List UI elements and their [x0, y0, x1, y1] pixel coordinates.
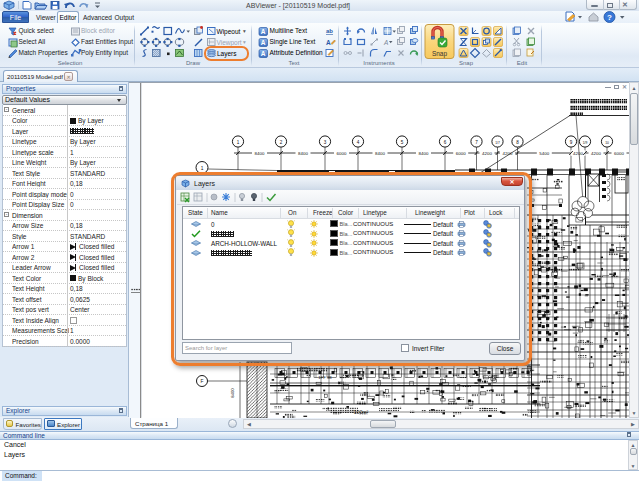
- svg-text:4200: 4200: [591, 151, 601, 156]
- svg-text:6000: 6000: [614, 151, 624, 156]
- svg-text:6000: 6000: [456, 151, 466, 156]
- svg-text:F: F: [201, 379, 204, 384]
- svg-text:Snap: Snap: [432, 50, 448, 58]
- svg-text:8400: 8400: [298, 151, 308, 156]
- svg-text:1/9: 1/9: [583, 141, 588, 145]
- svg-text:6: 6: [444, 140, 447, 145]
- svg-text:5400: 5400: [539, 151, 549, 156]
- svg-text:8400: 8400: [375, 151, 385, 156]
- svg-text:9: 9: [570, 140, 573, 145]
- svg-text:8400: 8400: [230, 388, 235, 398]
- svg-text:6000: 6000: [337, 151, 347, 156]
- svg-text:1/7: 1/7: [495, 141, 500, 145]
- svg-text:5: 5: [401, 140, 404, 145]
- svg-text:1: 1: [237, 140, 240, 145]
- svg-text:4200: 4200: [573, 151, 583, 156]
- svg-text:A: A: [261, 39, 266, 46]
- svg-text:A: A: [326, 39, 331, 46]
- svg-text:A: A: [383, 39, 388, 46]
- svg-text:7: 7: [475, 140, 478, 145]
- svg-text:1: 1: [201, 166, 204, 171]
- svg-text:?: ?: [607, 13, 612, 22]
- svg-text:3: 3: [324, 140, 327, 145]
- svg-text:4200: 4200: [482, 151, 492, 156]
- svg-text:ab: ab: [326, 28, 333, 34]
- svg-text:1FF 38: 1FF 38: [318, 375, 332, 380]
- svg-text:4: 4: [357, 140, 360, 145]
- svg-text:8400: 8400: [419, 151, 429, 156]
- svg-text:A: A: [261, 28, 266, 35]
- svg-text:A: A: [261, 50, 266, 57]
- svg-text:8400: 8400: [255, 151, 265, 156]
- svg-text:10: 10: [605, 141, 609, 145]
- svg-text:2: 2: [280, 140, 283, 145]
- svg-text:8: 8: [516, 140, 519, 145]
